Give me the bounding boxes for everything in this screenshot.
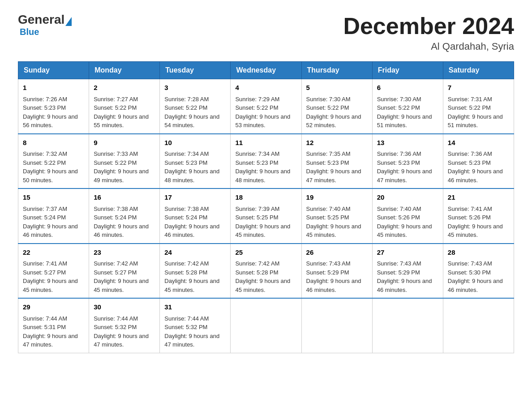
day-number: 21 [448, 193, 509, 203]
calendar-week-row: 29 Sunrise: 7:44 AMSunset: 5:31 PMDaylig… [18, 298, 514, 353]
table-row: 16 Sunrise: 7:38 AMSunset: 5:24 PMDaylig… [89, 188, 160, 244]
table-row: 4 Sunrise: 7:29 AMSunset: 5:22 PMDayligh… [231, 79, 301, 134]
table-row: 26 Sunrise: 7:43 AMSunset: 5:29 PMDaylig… [301, 244, 372, 299]
header-sunday: Sunday [18, 62, 89, 79]
calendar-week-row: 22 Sunrise: 7:41 AMSunset: 5:27 PMDaylig… [18, 244, 514, 299]
day-number: 9 [94, 138, 155, 148]
calendar-week-row: 15 Sunrise: 7:37 AMSunset: 5:24 PMDaylig… [18, 188, 514, 244]
day-number: 14 [448, 138, 509, 148]
day-number: 16 [94, 193, 155, 203]
day-info: Sunrise: 7:37 AMSunset: 5:24 PMDaylight:… [23, 206, 78, 239]
table-row: 1 Sunrise: 7:26 AMSunset: 5:23 PMDayligh… [18, 79, 89, 134]
table-row: 21 Sunrise: 7:41 AMSunset: 5:26 PMDaylig… [443, 188, 514, 244]
day-info: Sunrise: 7:43 AMSunset: 5:29 PMDaylight:… [306, 260, 361, 293]
day-number: 26 [306, 248, 368, 258]
day-number: 28 [448, 248, 509, 258]
day-info: Sunrise: 7:38 AMSunset: 5:24 PMDaylight:… [94, 206, 149, 239]
day-number: 30 [94, 302, 155, 313]
day-number: 25 [235, 248, 296, 258]
header-monday: Monday [89, 62, 160, 79]
day-number: 11 [235, 138, 296, 148]
day-info: Sunrise: 7:44 AMSunset: 5:32 PMDaylight:… [94, 315, 149, 348]
day-info: Sunrise: 7:33 AMSunset: 5:22 PMDaylight:… [94, 150, 149, 184]
day-info: Sunrise: 7:42 AMSunset: 5:28 PMDaylight:… [235, 260, 290, 293]
day-number: 19 [306, 193, 368, 203]
table-row: 18 Sunrise: 7:39 AMSunset: 5:25 PMDaylig… [231, 188, 301, 244]
table-row: 8 Sunrise: 7:32 AMSunset: 5:22 PMDayligh… [18, 134, 89, 189]
table-row: 22 Sunrise: 7:41 AMSunset: 5:27 PMDaylig… [18, 244, 89, 299]
day-info: Sunrise: 7:40 AMSunset: 5:25 PMDaylight:… [306, 206, 361, 239]
day-number: 2 [94, 83, 155, 93]
day-number: 27 [377, 248, 438, 258]
day-number: 10 [164, 138, 226, 148]
day-info: Sunrise: 7:26 AMSunset: 5:23 PMDaylight:… [23, 96, 78, 129]
day-number: 31 [164, 302, 226, 313]
table-row: 12 Sunrise: 7:35 AMSunset: 5:23 PMDaylig… [301, 134, 372, 189]
day-info: Sunrise: 7:43 AMSunset: 5:29 PMDaylight:… [377, 260, 432, 293]
month-title: December 2024 [343, 13, 514, 39]
day-info: Sunrise: 7:39 AMSunset: 5:25 PMDaylight:… [235, 206, 290, 239]
day-info: Sunrise: 7:41 AMSunset: 5:26 PMDaylight:… [448, 206, 503, 239]
day-info: Sunrise: 7:30 AMSunset: 5:22 PMDaylight:… [306, 96, 361, 129]
day-number: 15 [23, 193, 84, 203]
day-number: 8 [23, 138, 84, 148]
day-info: Sunrise: 7:40 AMSunset: 5:26 PMDaylight:… [377, 206, 432, 239]
logo-blue-text: Blue [18, 27, 39, 37]
day-info: Sunrise: 7:30 AMSunset: 5:22 PMDaylight:… [377, 96, 432, 129]
table-row: 14 Sunrise: 7:36 AMSunset: 5:23 PMDaylig… [443, 134, 514, 189]
table-row [301, 298, 372, 353]
day-number: 6 [377, 83, 438, 93]
day-info: Sunrise: 7:43 AMSunset: 5:30 PMDaylight:… [448, 260, 503, 293]
day-number: 13 [377, 138, 438, 148]
header-thursday: Thursday [301, 62, 372, 79]
logo: General Blue [18, 13, 73, 37]
location-subtitle: Al Qardahah, Syria [343, 41, 514, 52]
day-number: 5 [306, 83, 368, 93]
header-tuesday: Tuesday [160, 62, 231, 79]
table-row: 28 Sunrise: 7:43 AMSunset: 5:30 PMDaylig… [443, 244, 514, 299]
day-number: 20 [377, 193, 438, 203]
table-row [231, 298, 301, 353]
day-info: Sunrise: 7:28 AMSunset: 5:22 PMDaylight:… [164, 96, 219, 129]
table-row: 11 Sunrise: 7:34 AMSunset: 5:23 PMDaylig… [231, 134, 301, 189]
table-row: 2 Sunrise: 7:27 AMSunset: 5:22 PMDayligh… [89, 79, 160, 134]
day-info: Sunrise: 7:32 AMSunset: 5:22 PMDaylight:… [23, 150, 78, 184]
header-saturday: Saturday [443, 62, 514, 79]
day-info: Sunrise: 7:42 AMSunset: 5:28 PMDaylight:… [164, 260, 219, 293]
day-number: 23 [94, 248, 155, 258]
table-row: 7 Sunrise: 7:31 AMSunset: 5:22 PMDayligh… [443, 79, 514, 134]
day-info: Sunrise: 7:31 AMSunset: 5:22 PMDaylight:… [448, 96, 503, 129]
page-header: General Blue December 2024 Al Qardahah, … [18, 13, 514, 52]
table-row: 15 Sunrise: 7:37 AMSunset: 5:24 PMDaylig… [18, 188, 89, 244]
table-row: 23 Sunrise: 7:42 AMSunset: 5:27 PMDaylig… [89, 244, 160, 299]
day-number: 7 [448, 83, 509, 93]
day-info: Sunrise: 7:44 AMSunset: 5:32 PMDaylight:… [164, 315, 219, 348]
day-info: Sunrise: 7:38 AMSunset: 5:24 PMDaylight:… [164, 206, 219, 239]
day-info: Sunrise: 7:35 AMSunset: 5:23 PMDaylight:… [306, 150, 361, 184]
day-info: Sunrise: 7:34 AMSunset: 5:23 PMDaylight:… [235, 150, 290, 184]
table-row: 30 Sunrise: 7:44 AMSunset: 5:32 PMDaylig… [89, 298, 160, 353]
day-info: Sunrise: 7:41 AMSunset: 5:27 PMDaylight:… [23, 260, 78, 293]
table-row: 10 Sunrise: 7:34 AMSunset: 5:23 PMDaylig… [160, 134, 231, 189]
day-number: 29 [23, 302, 84, 313]
day-info: Sunrise: 7:29 AMSunset: 5:22 PMDaylight:… [235, 96, 290, 129]
calendar-header-row: Sunday Monday Tuesday Wednesday Thursday… [18, 62, 514, 79]
table-row: 31 Sunrise: 7:44 AMSunset: 5:32 PMDaylig… [160, 298, 231, 353]
day-number: 1 [23, 83, 84, 93]
day-info: Sunrise: 7:36 AMSunset: 5:23 PMDaylight:… [448, 150, 503, 184]
day-info: Sunrise: 7:27 AMSunset: 5:22 PMDaylight:… [94, 96, 149, 129]
table-row: 27 Sunrise: 7:43 AMSunset: 5:29 PMDaylig… [372, 244, 443, 299]
header-friday: Friday [372, 62, 443, 79]
day-number: 3 [164, 83, 226, 93]
day-number: 24 [164, 248, 226, 258]
table-row: 13 Sunrise: 7:36 AMSunset: 5:23 PMDaylig… [372, 134, 443, 189]
day-number: 18 [235, 193, 296, 203]
day-number: 4 [235, 83, 296, 93]
header-wednesday: Wednesday [231, 62, 301, 79]
calendar-week-row: 8 Sunrise: 7:32 AMSunset: 5:22 PMDayligh… [18, 134, 514, 189]
logo-general-text: General [18, 13, 64, 26]
table-row: 29 Sunrise: 7:44 AMSunset: 5:31 PMDaylig… [18, 298, 89, 353]
calendar-table: Sunday Monday Tuesday Wednesday Thursday… [18, 61, 514, 353]
day-number: 12 [306, 138, 368, 148]
day-info: Sunrise: 7:34 AMSunset: 5:23 PMDaylight:… [164, 150, 219, 184]
